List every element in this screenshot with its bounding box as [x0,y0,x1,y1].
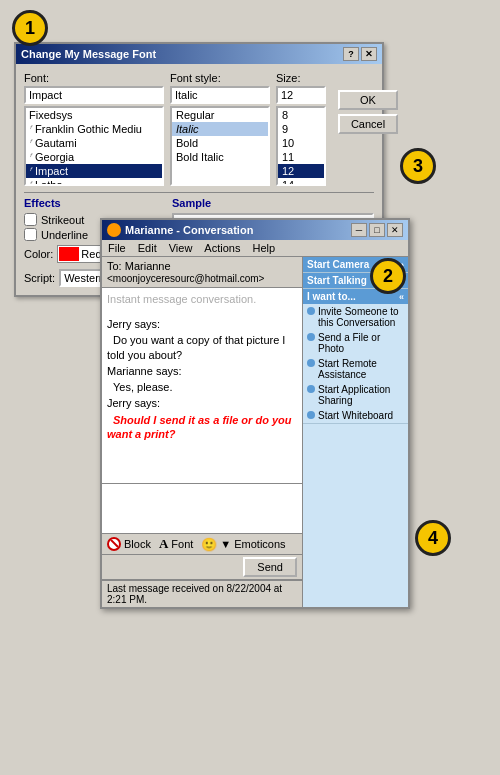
size-10[interactable]: 10 [278,136,324,150]
block-icon [107,537,121,551]
send-button[interactable]: Send [243,557,297,577]
style-bold-italic[interactable]: Bold Italic [172,150,268,164]
font-item-georgia[interactable]: ᶠ Georgia [26,150,162,164]
panel-whiteboard[interactable]: Start Whiteboard [303,408,408,423]
menu-view[interactable]: View [167,241,195,255]
panel-invite[interactable]: Invite Someone to this Conversation [303,304,408,330]
status-bar: Last message received on 8/22/2004 at 2:… [102,580,302,607]
menu-help[interactable]: Help [250,241,277,255]
menu-edit[interactable]: Edit [136,241,159,255]
conv-titlebar-buttons: ─ □ ✕ [351,223,403,237]
font-dialog-titlebar: Change My Message Font ? ✕ [16,44,382,64]
to-bar: To: Marianne <moonjoyceresourc@hotmail.c… [102,257,302,288]
style-label: Font style: [170,72,270,84]
conv-menubar: File Edit View Actions Help [102,240,408,257]
panel-app-sharing[interactable]: Start Application Sharing [303,382,408,408]
to-email: <moonjoyceresourc@hotmail.com> [107,273,264,284]
ok-button[interactable]: OK [338,90,398,110]
to-name: Marianne [125,260,171,272]
color-label: Color: [24,248,53,260]
font-item-impact[interactable]: ᶠ Impact [26,164,162,178]
effects-label: Effects [24,197,164,209]
size-input[interactable] [276,86,326,104]
chat-line-2-speaker: Marianne says: [107,364,297,378]
chat-history[interactable]: Instant message conversation. Jerry says… [102,288,302,484]
font-input[interactable] [24,86,164,104]
camera-label: Start Camera [307,259,369,270]
callout-3: 3 [400,148,436,184]
size-12[interactable]: 12 [278,164,324,178]
send-bar: Send [102,555,302,580]
emoticons-label: ▼ Emoticons [220,538,285,550]
callout-1: 1 [12,10,48,46]
to-label: To: [107,260,122,272]
size-8[interactable]: 8 [278,108,324,122]
font-item-gautami[interactable]: ᶠ Gautami [26,136,162,150]
size-column: Size: 8 9 10 11 12 14 16 [276,72,326,186]
menu-file[interactable]: File [106,241,128,255]
right-panel: Start Camera » Start Talking » I want to… [303,257,408,607]
font-item-fixedsys[interactable]: Fixedsys [26,108,162,122]
chat-input-area[interactable] [102,484,302,534]
conv-close-button[interactable]: ✕ [387,223,403,237]
font-column: Font: Fixedsys ᶠ Franklin Gothic Mediu ᶠ… [24,72,164,186]
color-swatch [59,247,79,261]
menu-actions[interactable]: Actions [202,241,242,255]
panel-remote[interactable]: Start Remote Assistance [303,356,408,382]
style-bold[interactable]: Bold [172,136,268,150]
conv-restore-button[interactable]: □ [369,223,385,237]
chat-line-1-msg: Do you want a copy of that picture I tol… [107,333,297,362]
size-14[interactable]: 14 [278,178,324,186]
want-to-expand-icon: « [399,292,404,302]
font-button[interactable]: A Font [159,536,193,552]
size-9[interactable]: 9 [278,122,324,136]
font-label: Font [171,538,193,550]
panel-send-file[interactable]: Send a File or Photo [303,330,408,356]
block-button[interactable]: Block [107,537,151,551]
font-label: Font: [24,72,164,84]
want-to-section: I want to... « Invite Someone to this Co… [303,289,408,424]
font-item-latha[interactable]: ᶠ Latha [26,178,162,186]
font-dialog-title: Change My Message Font [21,48,156,60]
font-listbox[interactable]: Fixedsys ᶠ Franklin Gothic Mediu ᶠ Gauta… [24,106,164,186]
size-label: Size: [276,72,326,84]
remote-dot [307,359,315,367]
close-button[interactable]: ✕ [361,47,377,61]
color-value: Red [81,248,101,260]
underline-checkbox[interactable] [24,228,37,241]
want-to-label: I want to... [307,291,356,302]
underline-label: Underline [41,229,88,241]
chat-area: To: Marianne <moonjoyceresourc@hotmail.c… [102,257,303,607]
font-item-franklin[interactable]: ᶠ Franklin Gothic Mediu [26,122,162,136]
send-file-dot [307,333,315,341]
font-main-row: Font: Fixedsys ᶠ Franklin Gothic Mediu ᶠ… [24,72,374,186]
callout-2: 2 [370,258,406,294]
style-column: Font style: Regular Italic Bold Bold Ita… [170,72,270,186]
conv-body: To: Marianne <moonjoyceresourc@hotmail.c… [102,257,408,607]
app-sharing-dot [307,385,315,393]
strikeout-label: Strikeout [41,214,84,226]
style-listbox[interactable]: Regular Italic Bold Bold Italic [170,106,270,186]
conversation-window: Marianne - Conversation ─ □ ✕ File Edit … [100,218,410,609]
size-11[interactable]: 11 [278,150,324,164]
chat-toolbar: Block A Font 🙂 ▼ Emoticons [102,534,302,555]
cancel-button[interactable]: Cancel [338,114,398,134]
block-label: Block [124,538,151,550]
script-label: Script: [24,272,55,284]
style-regular[interactable]: Regular [172,108,268,122]
whiteboard-dot [307,411,315,419]
style-italic[interactable]: Italic [172,122,268,136]
conv-minimize-button[interactable]: ─ [351,223,367,237]
emoticons-button[interactable]: 🙂 ▼ Emoticons [201,537,285,552]
status-text: Last message received on 8/22/2004 at 2:… [107,583,282,605]
help-button[interactable]: ? [343,47,359,61]
titlebar-buttons: ? ✕ [343,47,377,61]
style-input[interactable] [170,86,270,104]
strikeout-checkbox[interactable] [24,213,37,226]
conv-titlebar: Marianne - Conversation ─ □ ✕ [102,220,408,240]
size-listbox[interactable]: 8 9 10 11 12 14 16 [276,106,326,186]
ok-cancel-column: OK Cancel [338,90,398,186]
font-icon: A [159,536,168,552]
send-file-label: Send a File or Photo [318,332,404,354]
chat-line-2-msg: Yes, please. [107,380,297,394]
